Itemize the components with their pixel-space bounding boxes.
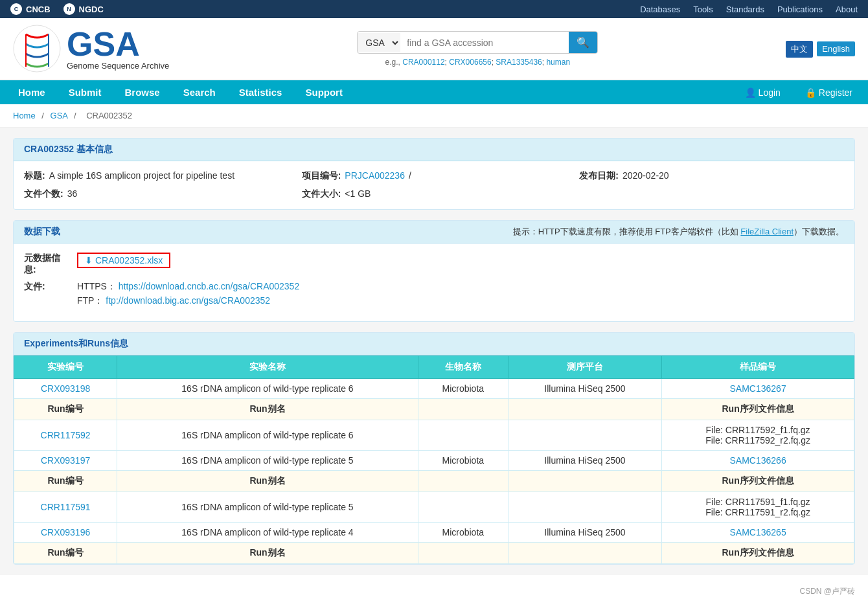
lang-zh-button[interactable]: 中文 [786, 41, 813, 58]
exp-id-cell: CRX093198 [14, 379, 117, 399]
site-logo: GSA Genome Sequence Archive [13, 25, 169, 73]
gsa-acronym: GSA [67, 27, 169, 61]
table-row: CRX093197 16S rDNA amplicon of wild-type… [14, 451, 854, 471]
https-row: HTTPS： https://download.cncb.ac.cn/gsa/C… [77, 281, 299, 293]
cncb-logo-icon: C [10, 3, 22, 15]
meta-row: 元数据信息: ⬇ CRA002352.xlsx [24, 253, 844, 276]
cncb-logo: C CNCB [10, 3, 51, 15]
run-col-3 [418, 399, 508, 420]
exp-id-link[interactable]: CRX093196 [41, 527, 90, 537]
search-input[interactable] [400, 34, 569, 52]
date-item: 发布日期: 2020-02-20 [579, 170, 844, 182]
run-col-1: Run编号 [14, 543, 117, 564]
search-button[interactable]: 🔍 [569, 32, 597, 53]
file-entry: File: CRR117591_r2.fq.gz [668, 507, 847, 517]
meta-label: 元数据信息: [24, 253, 69, 276]
run-data-row: CRR117592 16S rDNA amplicon of wild-type… [14, 420, 854, 451]
nav-support[interactable]: Support [293, 80, 354, 104]
project-label: 项目编号: [302, 170, 341, 182]
cncb-label: CNCB [26, 5, 51, 14]
nav-browse[interactable]: Browse [113, 80, 172, 104]
sample-id-link[interactable]: SAMC136267 [730, 383, 786, 394]
nav-submit[interactable]: Submit [57, 80, 113, 104]
exp-id-cell: CRX093197 [14, 451, 117, 471]
file-size-item: 文件大小: <1 GB [302, 188, 567, 200]
breadcrumb-gsa[interactable]: GSA [51, 111, 68, 120]
ftp-row: FTP： ftp://download.big.ac.cn/gsa/CRA002… [77, 295, 299, 307]
info-grid: 标题: A simple 16S amplicon project for pi… [24, 170, 844, 200]
experiments-table: 实验编号 实验名称 生物名称 测序平台 样品编号 CRX093198 16S r… [14, 356, 854, 564]
exp-id-link[interactable]: CRX093197 [41, 455, 90, 466]
title-item: 标题: A simple 16S amplicon project for pi… [24, 170, 289, 182]
exp-name-cell: 16S rDNA amplicon of wild-type replicate… [117, 451, 418, 471]
main-content: CRA002352 基本信息 标题: A simple 16S amplicon… [0, 128, 868, 575]
run-empty-2 [508, 420, 661, 451]
https-url[interactable]: https://download.cncb.ac.cn/gsa/CRA00235… [119, 281, 299, 291]
file-count-item: 文件个数: 36 [24, 188, 289, 200]
tip-prefix: 提示：HTTP下载速度有限，推荐使用 FTP客户端软件（比如 [513, 227, 741, 236]
breadcrumb-home[interactable]: Home [13, 111, 36, 120]
nav-databases[interactable]: Databases [640, 5, 680, 14]
nav-search[interactable]: Search [172, 80, 227, 104]
ngdc-logo-icon: N [63, 3, 75, 15]
file-entry: File: CRR117592_f1.fq.gz [668, 425, 847, 435]
run-col-4 [508, 543, 661, 564]
col-exp-name: 实验名称 [117, 356, 418, 379]
example-sra1335436[interactable]: SRA1335436 [496, 58, 542, 67]
search-type-select[interactable]: GSA SRA [358, 33, 400, 52]
nav-statistics[interactable]: Statistics [227, 80, 294, 104]
file-size-label: 文件大小: [302, 188, 341, 200]
run-col-5: Run序列文件信息 [662, 399, 854, 420]
file-entry: File: CRR117592_r2.fq.gz [668, 435, 847, 446]
header: GSA Genome Sequence Archive GSA SRA 🔍 e.… [0, 18, 868, 80]
project-link[interactable]: PRJCA002236 [345, 170, 405, 181]
platform-cell: Illumina HiSeq 2500 [508, 451, 661, 471]
sample-id-link[interactable]: SAMC136266 [730, 455, 786, 466]
sample-id-cell: SAMC136265 [662, 523, 854, 543]
search-examples: e.g., CRA000112; CRX006656; SRA1335436; … [385, 58, 571, 67]
nav-about[interactable]: About [836, 5, 858, 14]
example-cra000112[interactable]: CRA000112 [402, 58, 444, 67]
exp-name-cell: 16S rDNA amplicon of wild-type replicate… [117, 523, 418, 543]
nav-standards[interactable]: Standards [726, 5, 764, 14]
nav-tools[interactable]: Tools [693, 5, 713, 14]
xlsx-download-btn[interactable]: ⬇ CRA002352.xlsx [77, 253, 170, 268]
nav-publications[interactable]: Publications [777, 5, 823, 14]
main-nav: Home Submit Browse Search Statistics Sup… [0, 80, 868, 104]
table-row: CRX093198 16S rDNA amplicon of wild-type… [14, 379, 854, 399]
date-value: 2020-02-20 [622, 170, 669, 181]
lang-en-button[interactable]: English [817, 41, 855, 56]
title-value: A simple 16S amplicon project for pipeli… [49, 170, 234, 181]
filezilla-link[interactable]: FileZilla Client [740, 227, 794, 236]
example-crx006656[interactable]: CRX006656 [449, 58, 491, 67]
run-alias-cell: 16S rDNA amplicon of wild-type replicate… [117, 492, 418, 523]
download-links: HTTPS： https://download.cncb.ac.cn/gsa/C… [77, 281, 299, 307]
ftp-url[interactable]: ftp://download.big.ac.cn/gsa/CRA002352 [106, 295, 270, 306]
nav-home[interactable]: Home [6, 80, 57, 104]
nav-login[interactable]: 👤 Login [736, 82, 790, 103]
sample-id-link[interactable]: SAMC136265 [730, 527, 786, 537]
project-slash: / [409, 170, 411, 181]
exp-id-link[interactable]: CRX093198 [41, 383, 90, 394]
ftp-label: FTP： [77, 295, 103, 306]
download-body: 元数据信息: ⬇ CRA002352.xlsx 文件: HTTPS： https… [14, 243, 854, 321]
run-id-link[interactable]: CRR117592 [41, 430, 91, 440]
examples-label: e.g., [385, 58, 400, 67]
run-files-cell: File: CRR117591_f1.fq.gzFile: CRR117591_… [662, 492, 854, 523]
run-col-3 [418, 471, 508, 492]
run-data-row: CRR117591 16S rDNA amplicon of wild-type… [14, 492, 854, 523]
experiments-body: 实验编号 实验名称 生物名称 测序平台 样品编号 CRX093198 16S r… [14, 356, 854, 564]
run-col-4 [508, 471, 661, 492]
ngdc-label: NGDC [79, 5, 104, 14]
run-col-4 [508, 399, 661, 420]
run-id-link[interactable]: CRR117591 [41, 502, 91, 512]
breadcrumb-current: CRA002352 [86, 111, 132, 120]
run-col-3 [418, 543, 508, 564]
example-human[interactable]: human [546, 58, 570, 67]
top-bar-right: Databases Tools Standards Publications A… [640, 5, 858, 14]
run-empty-1 [418, 492, 508, 523]
table-row: CRX093196 16S rDNA amplicon of wild-type… [14, 523, 854, 543]
nav-register[interactable]: 🔒 Register [796, 82, 862, 103]
run-alias-cell: 16S rDNA amplicon of wild-type replicate… [117, 420, 418, 451]
col-exp-id: 实验编号 [14, 356, 117, 379]
